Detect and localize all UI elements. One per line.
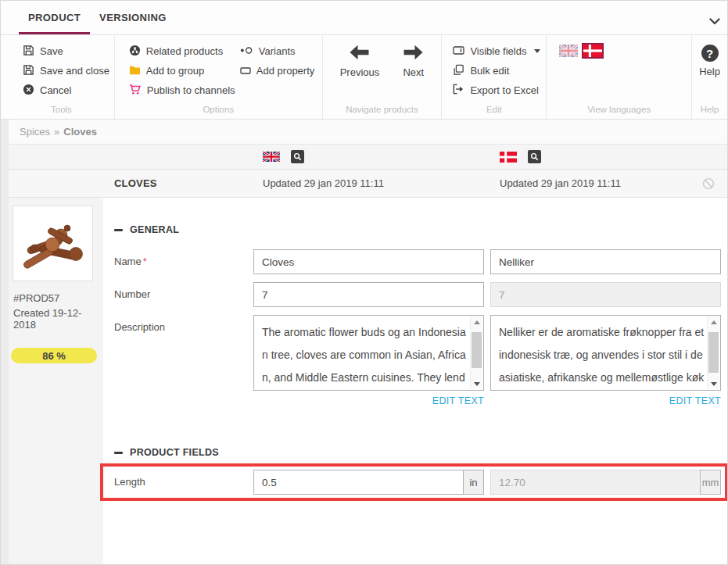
help-button[interactable]: ? Help: [692, 41, 727, 77]
collapse-section-icon[interactable]: [114, 229, 123, 231]
previous-product-button[interactable]: Previous: [340, 45, 380, 78]
ribbon-group-tools: Save Save and close Cancel Tools: [9, 35, 115, 119]
related-products-button[interactable]: Related products: [129, 41, 240, 61]
group-label-view-languages: View languages: [547, 105, 691, 114]
add-to-group-label: Add to group: [146, 65, 204, 77]
name-label: Name*: [114, 249, 247, 267]
add-to-group-button[interactable]: Add to group: [129, 61, 240, 80]
save-and-close-button[interactable]: Save and close: [9, 61, 114, 80]
search-language-en-button[interactable]: [291, 150, 304, 163]
danish-flag-toggle[interactable]: [583, 45, 602, 57]
product-image[interactable]: [13, 206, 93, 281]
group-label-edit: Edit: [442, 105, 546, 114]
scrollbar-thumb[interactable]: [708, 332, 719, 373]
save-icon: [23, 45, 34, 59]
tab-versioning[interactable]: VERSIONING: [90, 1, 176, 34]
group-label-tools: Tools: [9, 105, 114, 114]
export-to-excel-button[interactable]: Export to Excel: [442, 80, 546, 100]
edit-text-row: EDIT TEXT EDIT TEXT: [114, 395, 721, 406]
tab-product[interactable]: PRODUCT: [19, 1, 90, 34]
section-general-header: GENERAL: [114, 224, 721, 235]
shopping-cart-icon: [129, 84, 142, 98]
number-label: Number: [114, 282, 247, 300]
scroll-up-icon[interactable]: [471, 316, 482, 327]
add-property-button[interactable]: Add property: [240, 61, 314, 80]
ribbon-toolbar: Save Save and close Cancel Tools Related…: [1, 35, 727, 120]
scrollbar-da[interactable]: [707, 316, 719, 389]
related-products-icon: [129, 45, 141, 59]
created-date: Created 19-12-2018: [13, 307, 103, 331]
breadcrumb-separator: »: [54, 126, 59, 138]
ribbon-group-help: ? Help Help: [692, 35, 727, 119]
next-product-button[interactable]: Next: [403, 45, 424, 78]
name-input-en[interactable]: [253, 249, 484, 274]
export-to-excel-label: Export to Excel: [470, 84, 538, 96]
save-button[interactable]: Save: [9, 41, 114, 61]
group-label-navigate: Navigate products: [323, 105, 442, 114]
visible-fields-label: Visible fields: [470, 45, 526, 57]
cancel-label: Cancel: [40, 84, 71, 96]
group-label-help: Help: [692, 105, 727, 114]
description-textarea-en[interactable]: The aromatic flower buds og an Indonesia…: [253, 315, 484, 391]
updated-timestamp-en: Updated 29 jan 2019 11:11: [263, 177, 384, 189]
scrollbar-thumb[interactable]: [472, 332, 482, 368]
uk-flag-icon[interactable]: [263, 152, 280, 162]
completeness-badge: 86 %: [11, 348, 97, 363]
export-icon: [453, 84, 464, 97]
variants-button[interactable]: Variants: [240, 41, 314, 61]
publish-to-channels-label: Publish to channels: [147, 84, 235, 96]
product-summary-sidebar: #PROD57 Created 19-12-2018 86 %: [9, 198, 103, 565]
section-product-fields-header: PRODUCT FIELDS: [114, 447, 721, 458]
search-language-da-button[interactable]: [528, 150, 541, 163]
dropdown-arrow-icon: [534, 49, 540, 53]
ribbon-group-options: Related products Add to group Publish to…: [115, 35, 323, 119]
collapse-ribbon-chevron-icon[interactable]: [709, 14, 720, 28]
publish-to-channels-button[interactable]: Publish to channels: [129, 80, 240, 100]
breadcrumb: Spices » Cloves: [9, 120, 727, 145]
breadcrumb-parent-link[interactable]: Spices: [20, 126, 50, 138]
section-general-title: GENERAL: [130, 224, 179, 235]
number-input-en[interactable]: [253, 282, 484, 307]
product-id: #PROD57: [13, 292, 103, 304]
add-property-label: Add property: [256, 65, 314, 77]
ribbon-tab-bar: PRODUCT VERSIONING: [1, 1, 727, 35]
field-row-description: Description The aromatic flower buds og …: [114, 315, 721, 391]
danish-flag-icon[interactable]: [500, 152, 517, 163]
edit-text-link-en[interactable]: EDIT TEXT: [253, 395, 484, 406]
product-form: GENERAL Name* Number Description The aro…: [103, 198, 728, 565]
save-label: Save: [40, 45, 63, 57]
name-input-da[interactable]: [490, 249, 721, 274]
description-textarea-da[interactable]: Nelliker er de aromatiske frøknopper fra…: [490, 315, 721, 391]
scroll-up-icon[interactable]: [708, 316, 719, 327]
length-unit-da: mm: [700, 470, 721, 495]
uk-flag-toggle[interactable]: [559, 45, 578, 57]
length-input-en[interactable]: [253, 470, 463, 495]
description-text-en[interactable]: The aromatic flower buds og an Indonesia…: [255, 316, 469, 389]
visible-fields-button[interactable]: Visible fields: [442, 41, 546, 61]
edit-text-link-da[interactable]: EDIT TEXT: [490, 395, 721, 406]
scrollbar-en[interactable]: [470, 316, 482, 389]
scroll-down-icon[interactable]: [708, 378, 719, 389]
cancel-button[interactable]: Cancel: [9, 80, 114, 100]
search-icon: [293, 152, 302, 161]
product-editor-window: PRODUCT VERSIONING Save Save and close C…: [0, 0, 728, 565]
folder-icon: [129, 65, 141, 77]
breadcrumb-current: Cloves: [63, 126, 97, 138]
bulk-edit-icon: [453, 64, 464, 78]
description-text-da[interactable]: Nelliker er de aromatiske frøknopper fra…: [492, 316, 706, 389]
bulk-edit-button[interactable]: Bulk edit: [442, 61, 546, 80]
arrow-left-icon: [349, 45, 370, 63]
search-icon: [530, 152, 539, 161]
number-input-da: [490, 282, 721, 307]
ribbon-group-view-languages: View languages: [547, 35, 692, 119]
ribbon-group-edit: Visible fields Bulk edit Export to Excel…: [442, 35, 547, 119]
updated-timestamp-da: Updated 29 jan 2019 11:11: [500, 177, 621, 189]
collapse-section-icon[interactable]: [114, 452, 123, 454]
ribbon-group-navigate: Previous Next Navigate products: [323, 35, 443, 119]
length-label: Length: [114, 470, 247, 488]
scroll-down-icon[interactable]: [471, 378, 482, 389]
next-label: Next: [403, 66, 424, 78]
section-product-fields-title: PRODUCT FIELDS: [130, 447, 219, 458]
bulk-edit-label: Bulk edit: [470, 65, 509, 77]
variants-label: Variants: [259, 45, 296, 57]
